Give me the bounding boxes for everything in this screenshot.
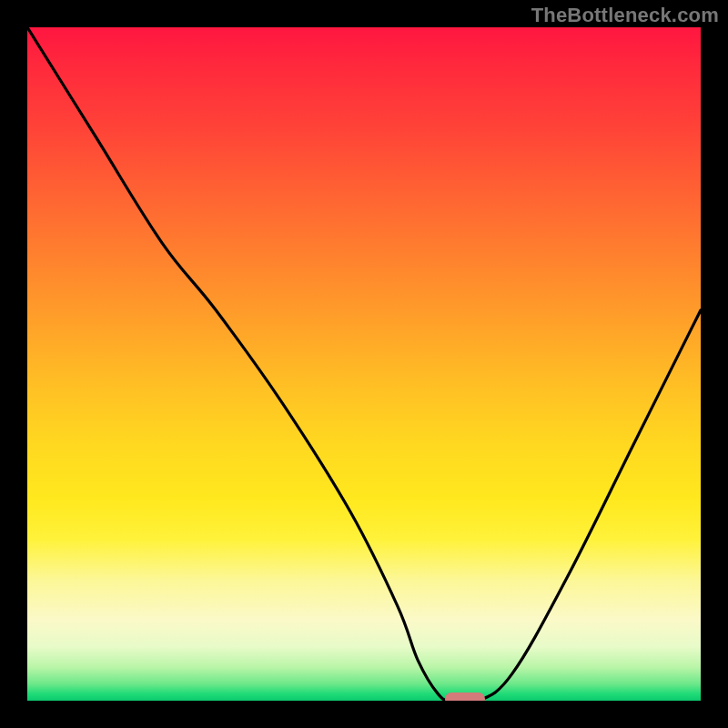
curve-path [27,27,701,701]
optimal-marker [445,693,485,701]
plot-area [27,27,701,701]
chart-frame: TheBottleneck.com [0,0,728,728]
watermark-text: TheBottleneck.com [531,4,719,27]
bottleneck-curve [27,27,701,701]
